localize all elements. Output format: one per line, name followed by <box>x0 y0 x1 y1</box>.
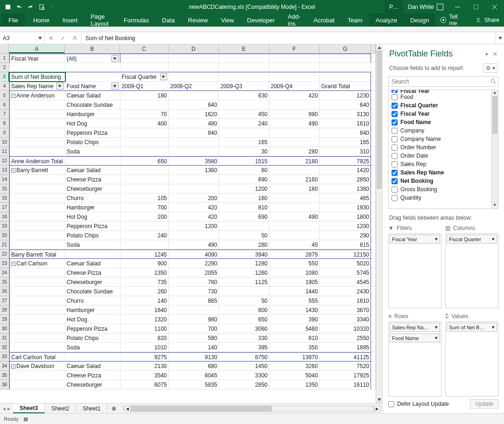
tab-developer[interactable]: Developer <box>240 14 281 27</box>
field-checkbox[interactable] <box>392 170 398 176</box>
row-header[interactable]: 28 <box>0 306 9 315</box>
qat-customize-icon[interactable] <box>48 2 58 12</box>
tell-me[interactable]: Tell me <box>435 14 470 27</box>
row-header[interactable]: 22 <box>0 250 9 259</box>
row-header[interactable]: 9 <box>0 128 9 138</box>
column-header[interactable]: B <box>65 44 120 53</box>
tab-add-ins[interactable]: Add-ins <box>281 14 307 27</box>
row-header[interactable]: 24 <box>0 268 9 278</box>
field-item[interactable]: Sales Rep Name <box>392 168 489 177</box>
field-item[interactable]: Order Date <box>392 152 489 160</box>
field-item[interactable]: Fiscal Year <box>392 110 489 118</box>
row-header[interactable]: 35 <box>0 371 9 380</box>
pill-dropdown-icon[interactable]: ▾ <box>492 324 495 330</box>
cancel-formula-icon[interactable]: ✕ <box>45 35 57 42</box>
filter-dropdown-icon[interactable] <box>112 55 119 62</box>
row-header[interactable]: 10 <box>0 138 9 147</box>
expand-formula-bar-icon[interactable] <box>496 32 504 44</box>
collapse-icon[interactable]: − <box>11 262 15 266</box>
sheet-tab[interactable]: Sheet1 <box>76 403 107 413</box>
tab-team[interactable]: Team <box>341 14 369 27</box>
field-item[interactable]: Order Number <box>392 143 489 152</box>
scroll-left-icon[interactable]: ◂ <box>124 405 131 412</box>
update-button[interactable]: Update <box>470 399 498 409</box>
vertical-scrollbar[interactable] <box>376 44 382 403</box>
row-header[interactable]: 21 <box>0 240 9 250</box>
row-header[interactable]: 6 <box>0 100 9 110</box>
field-item[interactable]: Gross Booking <box>392 185 489 194</box>
row-header[interactable]: 12 <box>0 156 9 166</box>
field-checkbox[interactable] <box>392 178 398 184</box>
redo-icon[interactable] <box>25 2 35 12</box>
pivot-group-name[interactable]: −Dave Davidson <box>9 361 65 371</box>
pill-dropdown-icon[interactable]: ▾ <box>435 335 438 341</box>
area-pill[interactable]: Fiscal Year▾ <box>390 235 440 243</box>
row-header[interactable]: 33 <box>0 352 9 361</box>
macro-record-icon[interactable]: ▦ <box>23 416 28 422</box>
row-header[interactable]: 16 <box>0 194 9 203</box>
pill-dropdown-icon[interactable]: ▾ <box>435 324 438 330</box>
field-checkbox[interactable] <box>392 153 398 159</box>
column-header[interactable]: G <box>320 44 371 53</box>
field-checkbox[interactable] <box>392 145 398 151</box>
name-box-dropdown-icon[interactable] <box>37 33 43 43</box>
scroll-down-icon[interactable] <box>376 396 382 403</box>
select-all-corner[interactable] <box>0 44 9 53</box>
row-header[interactable]: 15 <box>0 184 9 194</box>
panel-menu-icon[interactable]: ▾ <box>485 51 488 57</box>
print-preview-icon[interactable] <box>36 2 47 12</box>
column-header[interactable]: F <box>269 44 320 53</box>
field-checkbox[interactable] <box>392 128 398 134</box>
sheet-nav[interactable]: ◂ ▸ <box>0 405 13 412</box>
tab-view[interactable]: View <box>214 14 240 27</box>
pivot-filter-value[interactable]: (All) <box>65 54 120 63</box>
row-header[interactable]: 23 <box>0 259 9 268</box>
field-checkbox[interactable] <box>392 119 398 125</box>
field-checkbox[interactable] <box>392 90 398 93</box>
panel-close-icon[interactable]: ✕ <box>493 51 497 57</box>
area-pill[interactable]: Sales Rep Na…▾ <box>390 323 440 332</box>
pivot-row-field-1[interactable]: Sales Rep Name <box>9 82 65 91</box>
row-header[interactable]: 25 <box>0 278 9 287</box>
field-item[interactable]: Food <box>392 93 489 101</box>
field-item[interactable]: Sales Rep <box>392 160 489 168</box>
sheet-tab-active[interactable]: Sheet3 <box>13 403 45 413</box>
field-item[interactable]: Net Booking <box>392 177 489 185</box>
field-item[interactable]: Quantity <box>392 194 489 202</box>
row-header[interactable]: 19 <box>0 222 9 231</box>
pivot-group-name[interactable]: −Barry Barrett <box>9 166 65 175</box>
tab-analyze[interactable]: Analyze <box>369 14 404 27</box>
pivot-col-field[interactable]: Fiscal Quarter <box>120 72 169 82</box>
row-header[interactable]: 29 <box>0 315 9 324</box>
scroll-right-icon[interactable]: ▸ <box>374 405 380 412</box>
pill-dropdown-icon[interactable]: ▾ <box>435 236 438 242</box>
row-header[interactable]: 14 <box>0 175 9 184</box>
add-sheet-button[interactable]: ⊕ <box>107 403 120 413</box>
row-header[interactable]: 18 <box>0 212 9 222</box>
row-header[interactable]: 36 <box>0 380 9 389</box>
collapse-icon[interactable]: − <box>11 364 15 368</box>
field-item[interactable]: Fiscal Quarter <box>392 101 489 110</box>
sheet-nav-prev-icon[interactable]: ◂ <box>3 405 6 412</box>
row-header[interactable]: 11 <box>0 147 9 156</box>
pivot-group-name[interactable]: −Anne Anderson <box>9 91 65 100</box>
row-header[interactable]: 13 <box>0 166 9 175</box>
tab-page-layout[interactable]: Page Layout <box>84 14 117 27</box>
row-header[interactable]: 1 <box>0 54 9 63</box>
row-header[interactable]: 17 <box>0 203 9 212</box>
tab-home[interactable]: Home <box>27 14 56 27</box>
column-header[interactable]: D <box>168 44 219 53</box>
field-checkbox[interactable] <box>392 161 398 167</box>
row-header[interactable]: 32 <box>0 343 9 352</box>
tab-design[interactable]: Design <box>404 14 435 27</box>
panel-settings-icon[interactable]: ⚙ ▾ <box>483 63 497 73</box>
row-header[interactable]: 26 <box>0 287 9 296</box>
user-account[interactable]: Dan White <box>403 0 448 14</box>
field-checkbox[interactable] <box>392 94 398 100</box>
name-box[interactable]: A3 <box>0 32 45 44</box>
area-pill[interactable]: Fiscal Quarter▾ <box>447 235 497 243</box>
field-checkbox[interactable] <box>392 187 398 193</box>
row-header[interactable]: 3 <box>0 72 9 82</box>
field-checkbox[interactable] <box>392 111 398 117</box>
pill-dropdown-icon[interactable]: ▾ <box>492 236 495 242</box>
